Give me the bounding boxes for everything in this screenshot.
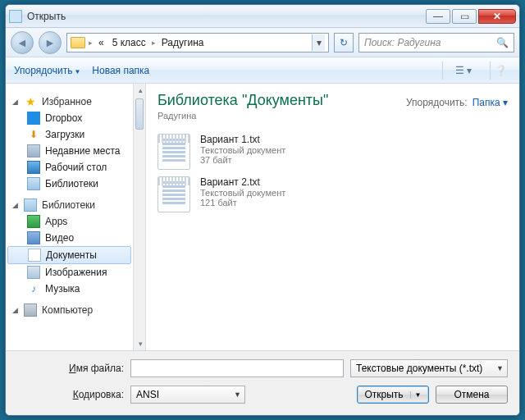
main-area: ◢★Избранное Dropbox ⬇Загрузки Недавние м… bbox=[6, 84, 519, 351]
computer-icon bbox=[24, 304, 37, 317]
open-button[interactable]: Открыть▼ bbox=[357, 386, 429, 404]
address-bar[interactable]: ▸ « 5 класс ▸ Радугина ▾ bbox=[66, 33, 329, 52]
music-icon: ♪ bbox=[27, 282, 40, 295]
encoding-label: Кодировка: bbox=[17, 389, 124, 400]
cancel-button[interactable]: Отмена bbox=[436, 386, 508, 404]
sidebar-group-computer[interactable]: ◢Компьютер bbox=[6, 302, 133, 318]
sidebar: ◢★Избранное Dropbox ⬇Загрузки Недавние м… bbox=[6, 84, 133, 350]
sidebar-item-libraries-shortcut[interactable]: Библиотеки bbox=[6, 176, 133, 192]
file-type: Текстовый документ bbox=[200, 145, 285, 155]
filename-input[interactable] bbox=[130, 359, 344, 377]
scroll-up-icon[interactable]: ▴ bbox=[134, 84, 147, 97]
images-icon bbox=[27, 266, 40, 279]
sidebar-item-documents[interactable]: Документы bbox=[7, 246, 131, 264]
scroll-down-icon[interactable]: ▾ bbox=[134, 337, 147, 350]
file-item[interactable]: Вариант 1.txt Текстовый документ 37 байт bbox=[158, 134, 508, 170]
file-type-filter[interactable]: Текстовые документы (*.txt)▼ bbox=[350, 359, 508, 377]
libraries-icon bbox=[24, 199, 37, 212]
text-file-icon bbox=[158, 134, 190, 170]
titlebar[interactable]: Открыть — ▭ ✕ bbox=[6, 5, 519, 28]
video-icon bbox=[27, 231, 40, 244]
back-button[interactable]: ◄ bbox=[11, 31, 34, 54]
dropbox-icon bbox=[27, 112, 40, 125]
organize-menu[interactable]: Упорядочить▼ bbox=[14, 65, 80, 76]
refresh-button[interactable]: ↻ bbox=[334, 33, 354, 52]
downloads-icon: ⬇ bbox=[27, 128, 40, 141]
file-item[interactable]: Вариант 2.txt Текстовый документ 121 бай… bbox=[158, 176, 508, 212]
recent-icon bbox=[27, 144, 40, 158]
sidebar-scrollbar[interactable]: ▴ ▾ bbox=[133, 84, 146, 350]
sidebar-item-video[interactable]: Видео bbox=[6, 230, 133, 246]
nav-bar: ◄ ► ▸ « 5 класс ▸ Радугина ▾ ↻ Поиск: Ра… bbox=[6, 28, 519, 57]
search-placeholder: Поиск: Радугина bbox=[364, 37, 441, 48]
breadcrumb-item[interactable]: Радугина bbox=[159, 37, 207, 48]
window-title: Открыть bbox=[27, 11, 424, 22]
star-icon: ★ bbox=[24, 95, 37, 108]
file-name: Вариант 1.txt bbox=[200, 134, 285, 145]
sidebar-group-libraries[interactable]: ◢Библиотеки bbox=[6, 197, 133, 213]
sidebar-item-music[interactable]: ♪Музыка bbox=[6, 281, 133, 297]
breadcrumb-item[interactable]: 5 класс bbox=[110, 37, 148, 48]
desktop-icon bbox=[27, 161, 40, 174]
library-subtitle: Радугина bbox=[158, 111, 328, 121]
toolbar: Упорядочить▼ Новая папка ☰▾ ❔ bbox=[6, 57, 519, 84]
libraries-icon bbox=[27, 177, 40, 190]
sidebar-group-favorites[interactable]: ◢★Избранное bbox=[6, 94, 133, 110]
library-title: Библиотека "Документы" bbox=[158, 92, 328, 109]
encoding-select[interactable]: ANSI▼ bbox=[130, 386, 245, 404]
search-input[interactable]: Поиск: Радугина 🔍 bbox=[358, 33, 514, 52]
file-size: 121 байт bbox=[200, 198, 285, 208]
sidebar-item-apps[interactable]: Apps bbox=[6, 213, 133, 230]
breadcrumb-sep-icon: ▸ bbox=[152, 39, 156, 47]
breadcrumb-sep-icon: ▸ bbox=[89, 39, 93, 47]
search-icon: 🔍 bbox=[496, 37, 509, 48]
view-options-button[interactable]: ☰▾ bbox=[442, 62, 478, 80]
filename-label: Имя файла: bbox=[17, 363, 124, 374]
close-button[interactable]: ✕ bbox=[478, 9, 516, 24]
file-name: Вариант 2.txt bbox=[200, 176, 285, 188]
file-list-area: Библиотека "Документы" Радугина Упорядоч… bbox=[146, 84, 519, 350]
sidebar-item-downloads[interactable]: ⬇Загрузки bbox=[6, 126, 133, 143]
sidebar-item-images[interactable]: Изображения bbox=[6, 264, 133, 281]
bottom-panel: Имя файла: Текстовые документы (*.txt)▼ … bbox=[6, 351, 519, 415]
new-folder-button[interactable]: Новая папка bbox=[92, 65, 149, 76]
address-dropdown-icon[interactable]: ▾ bbox=[312, 34, 325, 51]
text-file-icon bbox=[158, 176, 190, 212]
folder-icon bbox=[71, 37, 85, 48]
scroll-thumb[interactable] bbox=[135, 98, 144, 130]
apps-icon bbox=[27, 215, 40, 228]
app-icon bbox=[9, 10, 22, 23]
sidebar-item-dropbox[interactable]: Dropbox bbox=[6, 110, 133, 126]
document-icon bbox=[28, 249, 41, 262]
maximize-button[interactable]: ▭ bbox=[452, 9, 477, 24]
sidebar-item-desktop[interactable]: Рабочий стол bbox=[6, 159, 133, 176]
arrange-by[interactable]: Упорядочить: Папка ▾ bbox=[406, 97, 508, 108]
open-dialog-window: Открыть — ▭ ✕ ◄ ► ▸ « 5 класс ▸ Радугина… bbox=[5, 4, 520, 416]
file-size: 37 байт bbox=[200, 155, 285, 165]
breadcrumb-ellipsis[interactable]: « bbox=[96, 37, 107, 48]
view-icon: ☰ bbox=[455, 65, 464, 76]
forward-button[interactable]: ► bbox=[39, 31, 62, 54]
sidebar-item-recent[interactable]: Недавние места bbox=[6, 143, 133, 159]
minimize-button[interactable]: — bbox=[426, 9, 450, 24]
help-icon: ❔ bbox=[495, 65, 507, 76]
file-type: Текстовый документ bbox=[200, 188, 285, 198]
help-button[interactable]: ❔ bbox=[490, 62, 511, 80]
